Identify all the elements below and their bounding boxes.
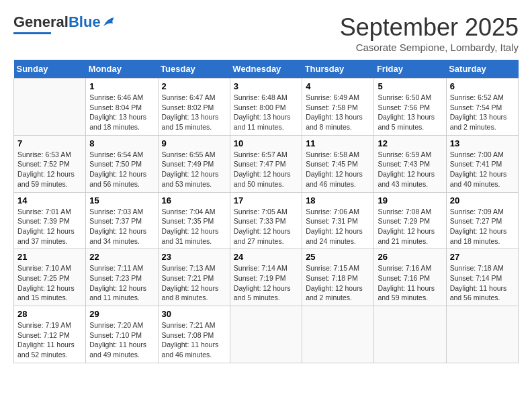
day-number: 4 xyxy=(306,81,370,91)
day-number: 21 xyxy=(17,252,82,262)
calendar-cell xyxy=(374,306,446,363)
month-title: September 2025 xyxy=(340,13,519,42)
day-number: 9 xyxy=(162,138,226,148)
day-info: Sunrise: 6:46 AM Sunset: 8:04 PM Dayligh… xyxy=(89,93,154,132)
calendar-cell xyxy=(230,306,302,363)
day-number: 19 xyxy=(378,195,442,205)
day-number: 15 xyxy=(89,195,154,205)
calendar-cell: 20Sunrise: 7:09 AM Sunset: 7:27 PM Dayli… xyxy=(446,192,518,249)
calendar-table: SundayMondayTuesdayWednesdayThursdayFrid… xyxy=(13,60,519,363)
day-number: 18 xyxy=(306,195,370,205)
calendar-cell: 22Sunrise: 7:11 AM Sunset: 7:23 PM Dayli… xyxy=(86,249,158,306)
calendar-week-row: 21Sunrise: 7:10 AM Sunset: 7:25 PM Dayli… xyxy=(14,249,519,306)
day-number: 28 xyxy=(17,309,82,319)
day-info: Sunrise: 6:53 AM Sunset: 7:52 PM Dayligh… xyxy=(17,150,82,189)
day-number: 23 xyxy=(162,252,226,262)
calendar-cell: 11Sunrise: 6:58 AM Sunset: 7:45 PM Dayli… xyxy=(302,135,374,192)
day-info: Sunrise: 7:00 AM Sunset: 7:41 PM Dayligh… xyxy=(450,150,515,189)
day-number: 17 xyxy=(234,195,298,205)
logo: General Blue xyxy=(13,13,116,34)
day-number: 25 xyxy=(306,252,370,262)
day-number: 13 xyxy=(450,138,515,148)
day-number: 8 xyxy=(89,138,154,148)
day-info: Sunrise: 7:08 AM Sunset: 7:29 PM Dayligh… xyxy=(378,207,442,246)
calendar-cell: 30Sunrise: 7:21 AM Sunset: 7:08 PM Dayli… xyxy=(158,306,230,363)
calendar-cell: 4Sunrise: 6:49 AM Sunset: 7:58 PM Daylig… xyxy=(302,79,374,136)
col-header-wednesday: Wednesday xyxy=(230,60,302,79)
day-number: 27 xyxy=(450,252,515,262)
location: Casorate Sempione, Lombardy, Italy xyxy=(340,42,519,53)
calendar-cell: 1Sunrise: 6:46 AM Sunset: 8:04 PM Daylig… xyxy=(86,79,158,136)
day-number: 11 xyxy=(306,138,370,148)
day-number: 1 xyxy=(89,81,154,91)
day-info: Sunrise: 7:14 AM Sunset: 7:19 PM Dayligh… xyxy=(234,263,298,303)
calendar-week-row: 7Sunrise: 6:53 AM Sunset: 7:52 PM Daylig… xyxy=(14,135,519,192)
calendar-cell: 13Sunrise: 7:00 AM Sunset: 7:41 PM Dayli… xyxy=(446,135,518,192)
day-info: Sunrise: 6:50 AM Sunset: 7:56 PM Dayligh… xyxy=(378,93,442,132)
col-header-friday: Friday xyxy=(374,60,446,79)
day-number: 30 xyxy=(162,309,226,319)
calendar-week-row: 28Sunrise: 7:19 AM Sunset: 7:12 PM Dayli… xyxy=(14,306,519,363)
day-number: 22 xyxy=(89,252,154,262)
title-area: September 2025 Casorate Sempione, Lombar… xyxy=(340,13,519,53)
calendar-cell: 5Sunrise: 6:50 AM Sunset: 7:56 PM Daylig… xyxy=(374,79,446,136)
calendar-cell xyxy=(302,306,374,363)
day-number: 12 xyxy=(378,138,442,148)
calendar-cell: 17Sunrise: 7:05 AM Sunset: 7:33 PM Dayli… xyxy=(230,192,302,249)
day-number: 24 xyxy=(234,252,298,262)
col-header-monday: Monday xyxy=(86,60,158,79)
calendar-cell xyxy=(14,79,86,136)
calendar-cell: 29Sunrise: 7:20 AM Sunset: 7:10 PM Dayli… xyxy=(86,306,158,363)
header: General Blue September 2025 Casorate Sem… xyxy=(13,13,519,53)
calendar-cell: 12Sunrise: 6:59 AM Sunset: 7:43 PM Dayli… xyxy=(374,135,446,192)
day-info: Sunrise: 7:03 AM Sunset: 7:37 PM Dayligh… xyxy=(89,207,154,246)
col-header-thursday: Thursday xyxy=(302,60,374,79)
day-number: 14 xyxy=(17,195,82,205)
day-number: 7 xyxy=(17,138,82,148)
day-number: 16 xyxy=(162,195,226,205)
day-number: 20 xyxy=(450,195,515,205)
day-number: 6 xyxy=(450,81,515,91)
calendar-cell: 16Sunrise: 7:04 AM Sunset: 7:35 PM Dayli… xyxy=(158,192,230,249)
calendar-cell: 10Sunrise: 6:57 AM Sunset: 7:47 PM Dayli… xyxy=(230,135,302,192)
calendar-cell xyxy=(446,306,518,363)
calendar-cell: 7Sunrise: 6:53 AM Sunset: 7:52 PM Daylig… xyxy=(14,135,86,192)
calendar-cell: 25Sunrise: 7:15 AM Sunset: 7:18 PM Dayli… xyxy=(302,249,374,306)
day-info: Sunrise: 6:47 AM Sunset: 8:02 PM Dayligh… xyxy=(162,93,226,132)
day-info: Sunrise: 6:55 AM Sunset: 7:49 PM Dayligh… xyxy=(162,150,226,189)
calendar-cell: 23Sunrise: 7:13 AM Sunset: 7:21 PM Dayli… xyxy=(158,249,230,306)
calendar-cell: 28Sunrise: 7:19 AM Sunset: 7:12 PM Dayli… xyxy=(14,306,86,363)
day-number: 3 xyxy=(234,81,298,91)
calendar-cell: 21Sunrise: 7:10 AM Sunset: 7:25 PM Dayli… xyxy=(14,249,86,306)
day-info: Sunrise: 7:19 AM Sunset: 7:12 PM Dayligh… xyxy=(17,320,82,360)
calendar-cell: 2Sunrise: 6:47 AM Sunset: 8:02 PM Daylig… xyxy=(158,79,230,136)
day-info: Sunrise: 6:48 AM Sunset: 8:00 PM Dayligh… xyxy=(234,93,298,132)
day-info: Sunrise: 7:21 AM Sunset: 7:08 PM Dayligh… xyxy=(162,320,226,360)
day-info: Sunrise: 7:01 AM Sunset: 7:39 PM Dayligh… xyxy=(17,207,82,246)
calendar-header-row: SundayMondayTuesdayWednesdayThursdayFrid… xyxy=(14,60,519,79)
calendar-cell: 24Sunrise: 7:14 AM Sunset: 7:19 PM Dayli… xyxy=(230,249,302,306)
day-info: Sunrise: 7:10 AM Sunset: 7:25 PM Dayligh… xyxy=(17,263,82,303)
day-info: Sunrise: 7:04 AM Sunset: 7:35 PM Dayligh… xyxy=(162,207,226,246)
calendar-cell: 26Sunrise: 7:16 AM Sunset: 7:16 PM Dayli… xyxy=(374,249,446,306)
calendar-cell: 27Sunrise: 7:18 AM Sunset: 7:14 PM Dayli… xyxy=(446,249,518,306)
day-info: Sunrise: 6:57 AM Sunset: 7:47 PM Dayligh… xyxy=(234,150,298,189)
day-info: Sunrise: 7:15 AM Sunset: 7:18 PM Dayligh… xyxy=(306,263,370,303)
calendar-cell: 6Sunrise: 6:52 AM Sunset: 7:54 PM Daylig… xyxy=(446,79,518,136)
logo-bird-icon xyxy=(102,17,116,28)
day-number: 2 xyxy=(162,81,226,91)
col-header-saturday: Saturday xyxy=(446,60,518,79)
day-number: 26 xyxy=(378,252,442,262)
day-number: 10 xyxy=(234,138,298,148)
calendar-cell: 8Sunrise: 6:54 AM Sunset: 7:50 PM Daylig… xyxy=(86,135,158,192)
day-info: Sunrise: 6:54 AM Sunset: 7:50 PM Dayligh… xyxy=(89,150,154,189)
col-header-sunday: Sunday xyxy=(14,60,86,79)
calendar-cell: 3Sunrise: 6:48 AM Sunset: 8:00 PM Daylig… xyxy=(230,79,302,136)
day-number: 29 xyxy=(89,309,154,319)
calendar-cell: 19Sunrise: 7:08 AM Sunset: 7:29 PM Dayli… xyxy=(374,192,446,249)
calendar-cell: 18Sunrise: 7:06 AM Sunset: 7:31 PM Dayli… xyxy=(302,192,374,249)
day-info: Sunrise: 6:52 AM Sunset: 7:54 PM Dayligh… xyxy=(450,93,515,132)
calendar-cell: 9Sunrise: 6:55 AM Sunset: 7:49 PM Daylig… xyxy=(158,135,230,192)
day-info: Sunrise: 7:05 AM Sunset: 7:33 PM Dayligh… xyxy=(234,207,298,246)
day-info: Sunrise: 6:49 AM Sunset: 7:58 PM Dayligh… xyxy=(306,93,370,132)
